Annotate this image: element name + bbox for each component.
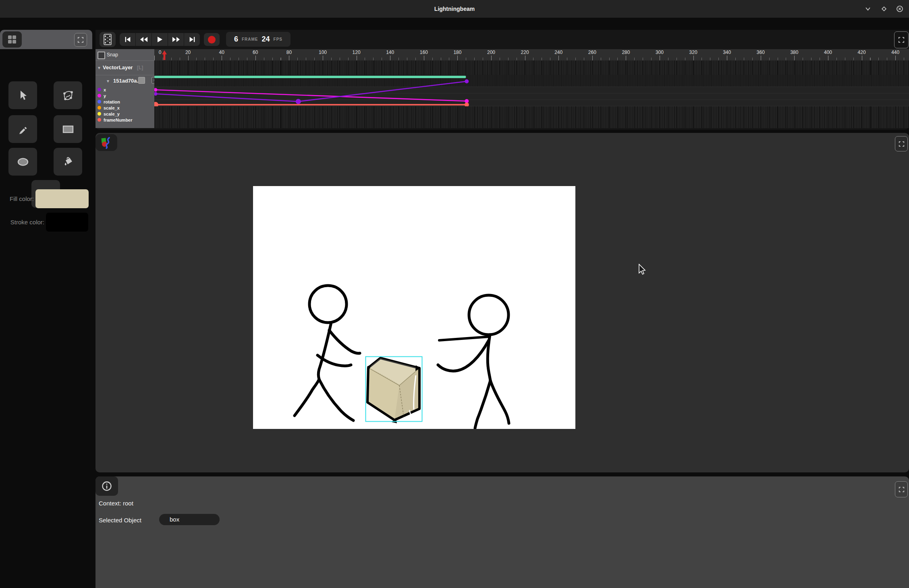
property-name: rotation	[104, 99, 120, 104]
ruler-major-tick	[525, 56, 525, 60]
property-name: scale_x	[104, 106, 120, 110]
info-icon	[101, 480, 112, 492]
frame-track-empty[interactable]	[154, 106, 909, 128]
pencil-tool-button[interactable]	[8, 115, 37, 143]
expand-icon	[899, 487, 905, 493]
sublayer-name: 151ad70a...	[113, 78, 141, 84]
property-row-x[interactable]: x	[95, 87, 154, 93]
ruler-tick-label: 400	[820, 50, 836, 55]
transform-tool-button[interactable]	[54, 81, 82, 109]
maximize-icon[interactable]	[879, 4, 889, 14]
canvas-panel[interactable]	[95, 133, 909, 472]
property-row-scale_x[interactable]: scale_x	[95, 105, 154, 111]
timeline-fullscreen-button[interactable]	[894, 31, 909, 48]
info-button[interactable]	[95, 476, 118, 496]
tools-fullscreen-button[interactable]	[74, 33, 87, 47]
go-to-start-button[interactable]	[120, 33, 136, 46]
ruler-tick-label: 80	[281, 50, 297, 55]
ruler-tick-label: 440	[887, 50, 903, 55]
stage-drawing	[253, 186, 575, 429]
ruler-major-tick	[592, 56, 593, 60]
property-color-dot	[98, 118, 101, 122]
property-row-scale_y[interactable]: scale_y	[95, 111, 154, 117]
animation-curves[interactable]	[154, 75, 909, 106]
ruler-tick-label: 360	[753, 50, 769, 55]
layer-swatch-button[interactable]	[138, 77, 145, 84]
property-row-rotation[interactable]: rotation	[95, 99, 154, 105]
play-button[interactable]	[152, 33, 168, 46]
minimize-icon[interactable]	[863, 4, 873, 14]
property-row-frameNumber[interactable]: frameNumber	[95, 117, 154, 123]
layer-row-object[interactable]: ▼ 151ad70a... ~	[95, 75, 154, 87]
ellipse-tool-button[interactable]	[8, 148, 37, 176]
ruler-minor-ticks	[154, 58, 909, 60]
fps-label: FPS	[274, 37, 282, 41]
collapse-triangle-icon[interactable]: ▼	[97, 66, 101, 70]
cursor-icon	[18, 90, 28, 101]
ruler-tick-label: 140	[382, 50, 398, 55]
property-row-y[interactable]: y	[95, 93, 154, 99]
ruler-major-tick	[154, 56, 155, 60]
ruler-tick-label: 60	[247, 50, 264, 55]
ruler-major-tick	[794, 56, 795, 60]
ruler-tick-label: 0	[154, 50, 168, 55]
rectangle-icon	[62, 124, 75, 135]
fill-color-swatch[interactable]	[35, 189, 89, 208]
frame-track-vectorlayer[interactable]	[154, 60, 909, 75]
ruler-major-tick	[222, 56, 222, 60]
selected-object-value[interactable]: box	[159, 514, 220, 525]
stick-figure-right	[438, 295, 509, 428]
keyframe-dot-x	[154, 92, 158, 96]
snap-checkbox[interactable]	[98, 52, 105, 59]
film-button[interactable]	[100, 32, 116, 47]
transform-icon	[62, 89, 74, 101]
ruler-major-tick	[424, 56, 424, 60]
property-color-dot	[98, 106, 101, 110]
property-color-dot	[98, 112, 101, 116]
rewind-button[interactable]	[136, 33, 152, 46]
stage[interactable]	[253, 186, 575, 429]
canvas-fullscreen-button[interactable]	[895, 136, 908, 151]
select-tool-button[interactable]	[8, 81, 37, 109]
grid-view-button[interactable]	[2, 31, 22, 48]
mouse-cursor	[639, 264, 646, 275]
rectangle-tool-button[interactable]	[54, 115, 82, 143]
expand-icon	[899, 141, 905, 147]
canvas-tab-button[interactable]	[95, 134, 117, 151]
ruler-tick-label: 200	[483, 50, 499, 55]
layer-name: VectorLayer	[103, 64, 133, 70]
record-icon	[208, 36, 216, 43]
keyframe-dot-frameNumber	[154, 102, 158, 106]
selected-object-label: Selected Object	[99, 517, 141, 524]
fast-forward-button[interactable]	[168, 33, 184, 46]
ruler-tick-label: 340	[719, 50, 735, 55]
expand-icon	[898, 37, 905, 43]
inspector-fullscreen-button[interactable]	[895, 481, 908, 497]
snap-label: Snap	[107, 49, 118, 60]
close-icon[interactable]	[895, 4, 905, 14]
stroke-color-swatch[interactable]	[46, 213, 88, 232]
layer-badge: [L]	[137, 65, 143, 70]
layer-row-vectorlayer[interactable]: ▼ VectorLayer [L]	[95, 60, 154, 75]
paint-bucket-tool-button[interactable]	[54, 148, 82, 176]
ruler-major-tick	[357, 56, 357, 60]
record-button[interactable]	[204, 33, 220, 46]
inspector-panel: Context: root Selected Object box	[95, 476, 909, 588]
timeline-ruler[interactable]: 0204060801001201401601802002202402602803…	[154, 49, 909, 60]
property-color-dot	[98, 100, 101, 104]
film-strip-icon	[104, 34, 112, 45]
box-object	[367, 358, 421, 423]
frame-value: 6	[234, 35, 238, 43]
ruler-tick-label: 120	[349, 50, 365, 55]
stick-figure-left	[295, 286, 360, 420]
property-color-dot	[98, 88, 101, 91]
grid-icon	[7, 35, 17, 44]
stroke-color-label: Stroke color:	[0, 213, 44, 232]
timeline-layer-panel: Snap ▼ VectorLayer [L] ▼ 151ad70a... ~ x…	[95, 49, 154, 128]
frame-fps-display: 6 FRAME 24 FPS	[226, 32, 291, 47]
go-to-end-button[interactable]	[184, 33, 200, 46]
ruler-tick-label: 320	[685, 50, 701, 55]
ruler-major-tick	[761, 56, 761, 60]
collapse-triangle-icon[interactable]: ▼	[106, 79, 110, 83]
tools-panel: Fill color: Stroke color:	[0, 30, 94, 588]
